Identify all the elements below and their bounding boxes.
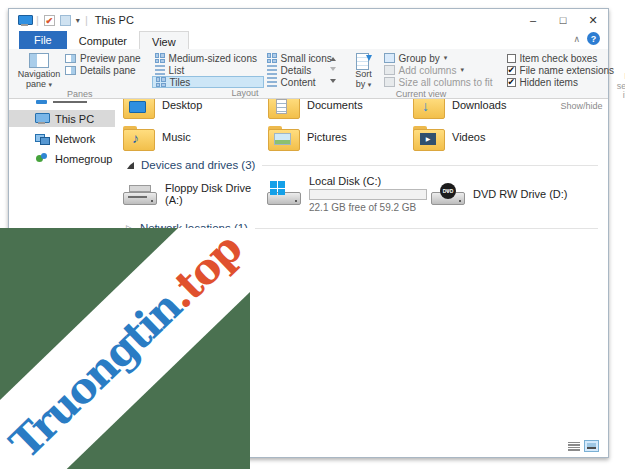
clipped-label-fragment bbox=[53, 101, 87, 103]
sidebar-item-homegroup[interactable]: Homegroup bbox=[9, 150, 115, 167]
layout-details[interactable]: Details bbox=[264, 64, 326, 76]
folder-tile-documents[interactable]: Documents bbox=[268, 99, 413, 120]
medium-icons-icon bbox=[155, 53, 165, 63]
preview-pane-button[interactable]: Preview pane bbox=[62, 52, 144, 64]
properties-check-icon[interactable]: ✔ bbox=[44, 15, 55, 26]
chevron-down-icon: ▾ bbox=[49, 81, 53, 88]
folder-tile-downloads[interactable]: ↓ Downloads bbox=[413, 99, 558, 120]
drive-tile-floppy-a[interactable]: Floppy Disk Drive (A:) bbox=[123, 175, 267, 213]
devices-and-drives-header[interactable]: Devices and drives (3) bbox=[125, 159, 608, 171]
group-label-current-view: Current view bbox=[347, 89, 496, 99]
disk-usage-bar bbox=[309, 189, 427, 200]
sidebar-item-this-pc[interactable]: This PC bbox=[9, 110, 115, 127]
watermark-text: Truongtin.top bbox=[0, 228, 250, 468]
group-by-icon bbox=[384, 53, 395, 63]
details-pane-icon bbox=[65, 66, 76, 75]
free-space-text: 22.1 GB free of 59.2 GB bbox=[309, 202, 427, 213]
file-name-extensions-checkbox[interactable]: ✔ File name extensions bbox=[504, 64, 608, 76]
size-columns-icon bbox=[384, 77, 395, 87]
group-by-button[interactable]: Group by ▾ bbox=[381, 52, 496, 64]
details-pane-button[interactable]: Details pane bbox=[62, 64, 144, 76]
status-bar-view-switcher bbox=[568, 440, 599, 452]
folders-row-1: Desktop Documents ↓ Downloads bbox=[123, 99, 608, 122]
preview-pane-icon bbox=[65, 54, 76, 63]
navigation-pane-button[interactable]: Navigation pane ▾ bbox=[16, 52, 62, 89]
layout-tiles[interactable]: Tiles bbox=[152, 76, 264, 88]
pictures-folder-icon bbox=[268, 125, 298, 150]
watermark-stripe: Truongtin.top bbox=[0, 228, 250, 469]
dvd-disc-icon: DVD bbox=[440, 183, 456, 199]
checkbox-checked-icon: ✔ bbox=[507, 66, 516, 75]
folder-tile-music[interactable]: ♪ Music bbox=[123, 122, 268, 152]
network-icon bbox=[35, 133, 48, 144]
sort-by-button[interactable]: Sort by ▾ bbox=[347, 52, 381, 89]
details-view-toggle-icon[interactable] bbox=[568, 441, 580, 452]
large-icons-view-toggle-icon[interactable] bbox=[584, 440, 599, 452]
layout-medium-icons[interactable]: Medium-sized icons bbox=[152, 52, 264, 64]
layout-list[interactable]: List bbox=[152, 64, 264, 76]
list-view-icon bbox=[155, 65, 165, 75]
separator: | bbox=[36, 14, 39, 26]
minimize-button[interactable]: – bbox=[518, 9, 548, 31]
expanded-triangle-icon bbox=[127, 162, 134, 169]
computer-icon bbox=[18, 15, 31, 26]
folder-tile-pictures[interactable]: Pictures bbox=[268, 122, 413, 152]
header-rule bbox=[262, 165, 598, 166]
dvd-drive-icon: DVD bbox=[431, 181, 465, 207]
truongtin-watermark: Truongtin.top bbox=[0, 228, 250, 469]
close-button[interactable]: ✕ bbox=[578, 9, 608, 31]
folder-tile-videos[interactable]: ▶ Videos bbox=[413, 122, 558, 152]
tab-computer[interactable]: Computer bbox=[67, 31, 139, 49]
tab-view[interactable]: View bbox=[139, 31, 189, 49]
ribbon-group-show-hide: Item check boxes ✔ File name extensions … bbox=[501, 51, 625, 98]
downloads-folder-icon: ↓ bbox=[413, 99, 443, 118]
new-folder-icon[interactable] bbox=[60, 15, 71, 26]
checkbox-icon bbox=[507, 54, 516, 63]
checkbox-checked-icon: ✔ bbox=[507, 78, 516, 87]
item-check-boxes-checkbox[interactable]: Item check boxes bbox=[504, 52, 608, 64]
navigation-pane-icon bbox=[29, 53, 49, 68]
window-title: This PC bbox=[95, 14, 134, 26]
minimize-ribbon-icon[interactable]: ∧ bbox=[573, 34, 580, 44]
drive-tile-dvd-d[interactable]: DVD DVD RW Drive (D:) bbox=[431, 175, 601, 213]
content-view-icon bbox=[267, 77, 277, 87]
window-controls: – □ ✕ bbox=[518, 9, 608, 31]
windows-logo-icon bbox=[270, 181, 285, 195]
chevron-down-icon: ▾ bbox=[368, 81, 372, 88]
onedrive-icon-fragment bbox=[36, 100, 47, 104]
drives-row: Floppy Disk Drive (A:) Local Disk (C:) 2… bbox=[123, 175, 608, 213]
hidden-items-checkbox[interactable]: ✔ Hidden items bbox=[504, 76, 608, 88]
header-rule bbox=[255, 228, 598, 229]
customize-qat-dropdown-icon[interactable]: ▾ bbox=[76, 16, 80, 25]
gallery-expand-icon[interactable] bbox=[330, 79, 336, 86]
title-bar: | ✔ ▾ | This PC – □ ✕ bbox=[9, 9, 608, 31]
sort-by-icon bbox=[356, 53, 372, 68]
tab-file[interactable]: File bbox=[19, 31, 67, 49]
folder-tile-desktop[interactable]: Desktop bbox=[123, 99, 268, 120]
homegroup-icon bbox=[35, 153, 48, 164]
layout-content[interactable]: Content bbox=[264, 76, 326, 88]
drive-tile-local-disk-c[interactable]: Local Disk (C:) 22.1 GB free of 59.2 GB bbox=[267, 175, 431, 213]
documents-folder-icon bbox=[268, 99, 298, 118]
gallery-scroll-up-icon[interactable] bbox=[330, 54, 336, 61]
tiles-view-icon bbox=[156, 77, 166, 87]
chevron-down-icon: ▾ bbox=[460, 66, 464, 74]
details-pane-label: Details pane bbox=[80, 65, 136, 76]
videos-folder-icon: ▶ bbox=[413, 125, 443, 150]
ribbon-tools: ∧ ? bbox=[573, 32, 600, 45]
floppy-drive-icon bbox=[123, 181, 157, 207]
music-folder-icon: ♪ bbox=[123, 125, 153, 150]
group-label-layout: Layout bbox=[152, 88, 339, 98]
maximize-button[interactable]: □ bbox=[548, 9, 578, 31]
help-icon[interactable]: ? bbox=[587, 32, 600, 45]
sidebar-item-network[interactable]: Network bbox=[9, 130, 115, 147]
preview-pane-label: Preview pane bbox=[80, 53, 141, 64]
navigation-pane-label2: pane ▾ bbox=[26, 80, 52, 90]
chevron-down-icon: ▾ bbox=[444, 54, 448, 62]
folders-row-2: ♪ Music Pictures ▶ Videos bbox=[123, 122, 608, 154]
desktop-folder-icon bbox=[123, 99, 153, 118]
gallery-scroll-down-icon[interactable] bbox=[330, 67, 336, 74]
ribbon-group-layout: Medium-sized icons List Tiles Small icon… bbox=[149, 51, 342, 98]
layout-small-icons[interactable]: Small icons bbox=[264, 52, 326, 64]
group-label-panes: Panes bbox=[16, 89, 144, 99]
